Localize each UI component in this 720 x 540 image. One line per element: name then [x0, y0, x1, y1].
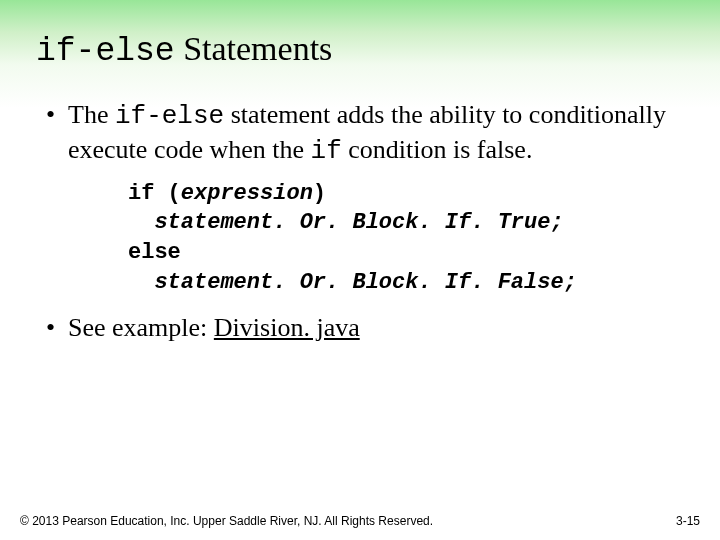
footer-copyright: © 2013 Pearson Education, Inc. Upper Sad…: [20, 514, 700, 528]
page-number: 3-15: [676, 514, 700, 528]
code-l1c: ): [313, 181, 326, 206]
code-l2: statement. Or. Block. If. True;: [128, 210, 564, 235]
bullet-2: See example: Division. java: [44, 311, 684, 345]
b2-lead: See example:: [68, 313, 214, 342]
b1-lead: The: [68, 100, 115, 129]
bullet-1: The if-else statement adds the ability t…: [44, 98, 684, 297]
slide: if-else Statements The if-else statement…: [0, 0, 720, 540]
code-block: if (expression) statement. Or. Block. If…: [128, 179, 684, 298]
code-l1a: if (: [128, 181, 181, 206]
title-mono: if-else: [36, 33, 175, 70]
slide-title: if-else Statements: [36, 30, 684, 70]
code-l3: else: [128, 240, 181, 265]
b1-mono: if-else: [115, 101, 224, 131]
b1-mono2: if: [311, 136, 342, 166]
title-rest: Statements: [175, 30, 333, 67]
code-l4: statement. Or. Block. If. False;: [128, 270, 577, 295]
bullet-list: The if-else statement adds the ability t…: [36, 98, 684, 346]
code-l1b: expression: [181, 181, 313, 206]
example-link[interactable]: Division. java: [214, 313, 360, 342]
b1-tail: condition is false.: [342, 135, 533, 164]
